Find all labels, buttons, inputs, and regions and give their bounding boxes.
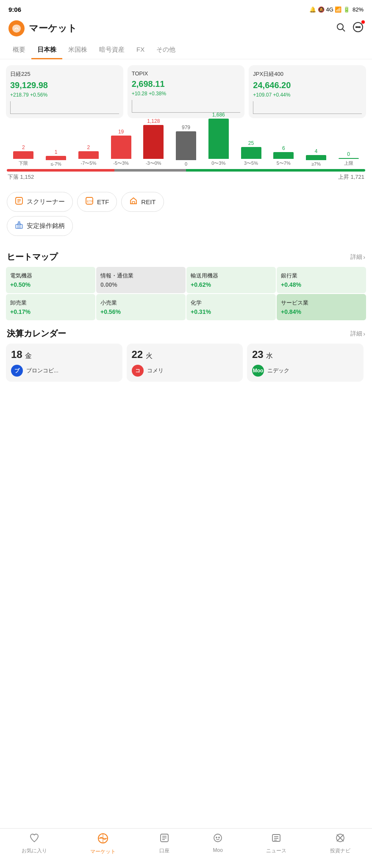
fall-label: 下落 1,152 bbox=[8, 173, 34, 181]
market-icon bbox=[97, 833, 108, 846]
screener-icon bbox=[15, 197, 23, 207]
svg-point-25 bbox=[214, 834, 222, 842]
jpx-name: JPX日経400 bbox=[253, 70, 362, 78]
buttons-section: スクリーナー ETF ETF REIT bbox=[0, 185, 372, 244]
nav-favorites-label: お気に入り bbox=[22, 847, 47, 854]
investment-icon bbox=[335, 833, 345, 846]
tab-fx[interactable]: FX bbox=[130, 42, 150, 59]
distribution-bars: 2下限1≤-7%2-7〜5%19-5〜3%1,128-3〜0%97901,686… bbox=[7, 128, 365, 166]
dist-count: 19 bbox=[118, 129, 124, 135]
index-card-nikkei[interactable]: 日経225 39,129.98 +218.79 +0.56% bbox=[6, 65, 123, 118]
dist-col: 19-5〜3% bbox=[106, 129, 136, 166]
heatmap-title: ヒートマップ bbox=[7, 251, 58, 263]
header-icons bbox=[336, 22, 364, 35]
nav-account[interactable]: 口座 bbox=[159, 833, 169, 855]
topix-chart bbox=[132, 100, 241, 113]
svg-text:ETF: ETF bbox=[87, 200, 93, 203]
company-logo: コ bbox=[132, 365, 144, 377]
dist-col: 2-7〜5% bbox=[73, 144, 103, 166]
tab-us-stocks[interactable]: 米国株 bbox=[62, 42, 93, 59]
heatmap-cell[interactable]: 電気機器+0.50% bbox=[6, 267, 95, 293]
calendar-section: 決算カレンダー 詳細 › 18 金ブブロンコビ...22 火ココメリ23 水Mo… bbox=[0, 320, 372, 386]
dist-label: 3〜5% bbox=[244, 160, 258, 166]
dist-bar bbox=[13, 151, 33, 159]
heatmap-grid: 電気機器+0.50%情報・通信業0.00%輸送用機器+0.62%銀行業+0.48… bbox=[0, 267, 372, 320]
nav-news[interactable]: ニュース bbox=[266, 833, 286, 855]
dist-count: 2 bbox=[87, 144, 90, 150]
dist-col: 1,128-3〜0% bbox=[139, 118, 169, 166]
etf-label: ETF bbox=[97, 198, 109, 205]
calendar-detail-button[interactable]: 詳細 › bbox=[350, 330, 365, 338]
heatmap-cell[interactable]: 小売業+0.56% bbox=[96, 294, 186, 320]
heatmap-cell[interactable]: 情報・通信業0.00% bbox=[96, 267, 186, 293]
sector-name: 銀行業 bbox=[281, 272, 362, 280]
stable-stocks-button[interactable]: 安定操作銘柄 bbox=[7, 216, 73, 236]
heatmap-cell[interactable]: 卸売業+0.17% bbox=[6, 294, 95, 320]
dist-count: 4 bbox=[315, 148, 318, 154]
heatmap-header: ヒートマップ 詳細 › bbox=[0, 244, 372, 267]
index-card-topix[interactable]: TOPIX 2,698.11 +10.28 +0.38% bbox=[128, 65, 245, 118]
dist-bar bbox=[306, 155, 326, 160]
nav-investment[interactable]: 投資ナビ bbox=[330, 833, 350, 855]
heatmap-cell[interactable]: 化学+0.31% bbox=[186, 294, 276, 320]
svg-point-4 bbox=[358, 27, 358, 28]
news-icon bbox=[271, 833, 281, 846]
heatmap-cell[interactable]: サービス業+0.84% bbox=[277, 294, 366, 320]
dist-bar bbox=[78, 151, 99, 159]
svg-rect-15 bbox=[17, 225, 19, 228]
dist-label: ≤-7% bbox=[50, 161, 61, 166]
nav-favorites[interactable]: お気に入り bbox=[22, 833, 47, 855]
etf-button[interactable]: ETF ETF bbox=[77, 192, 117, 212]
calendar-chevron-icon: › bbox=[363, 330, 365, 337]
tab-japan-stocks[interactable]: 日本株 bbox=[31, 42, 62, 59]
company-logo: Moo bbox=[252, 365, 264, 377]
jpx-change: +109.07 +0.44% bbox=[253, 92, 362, 98]
calendar-cards: 18 金ブブロンコビ...22 火ココメリ23 水Mooニデック bbox=[0, 344, 372, 382]
cal-date: 23 水 bbox=[252, 349, 358, 361]
heatmap-detail-label: 詳細 bbox=[350, 253, 362, 261]
cal-date: 22 火 bbox=[132, 349, 238, 361]
more-icon[interactable] bbox=[353, 22, 364, 35]
reit-label: REIT bbox=[141, 198, 155, 205]
dist-label: 5〜7% bbox=[277, 160, 291, 166]
reit-icon bbox=[129, 197, 138, 207]
heatmap-cell[interactable]: 輸送用機器+0.62% bbox=[186, 267, 276, 293]
btn-row-2: 安定操作銘柄 bbox=[7, 216, 365, 236]
svg-rect-16 bbox=[19, 225, 21, 228]
nav-moo[interactable]: Moo bbox=[213, 833, 223, 855]
tab-overview[interactable]: 概要 bbox=[7, 42, 31, 59]
nav-market[interactable]: マーケット bbox=[90, 833, 116, 855]
bottom-nav: お気に入り マーケット 口座 bbox=[0, 828, 372, 868]
stable-stocks-label: 安定操作銘柄 bbox=[27, 222, 65, 230]
etf-icon: ETF bbox=[85, 197, 94, 207]
index-card-jpx[interactable]: JPX日経400 24,646.20 +109.07 +0.44% bbox=[249, 65, 366, 118]
svg-point-26 bbox=[216, 837, 217, 838]
sector-change: +0.17% bbox=[10, 308, 91, 315]
tab-other[interactable]: その他 bbox=[150, 42, 181, 59]
calendar-card[interactable]: 18 金ブブロンコビ... bbox=[6, 344, 122, 382]
company-name: コメリ bbox=[147, 367, 164, 374]
sector-change: +0.84% bbox=[281, 308, 362, 315]
reit-button[interactable]: REIT bbox=[121, 192, 164, 212]
dist-col: 253〜5% bbox=[236, 140, 266, 166]
search-icon[interactable] bbox=[336, 22, 346, 35]
tab-crypto[interactable]: 暗号資産 bbox=[93, 42, 130, 59]
calendar-card[interactable]: 22 火ココメリ bbox=[127, 344, 243, 382]
heatmap-detail-button[interactable]: 詳細 › bbox=[350, 253, 365, 261]
sector-change: +0.31% bbox=[191, 308, 272, 315]
cal-day: 水 bbox=[266, 352, 273, 359]
calendar-card[interactable]: 23 水Mooニデック bbox=[247, 344, 364, 382]
calendar-company-item: ココメリ bbox=[132, 365, 238, 377]
moo-icon bbox=[213, 833, 223, 846]
dist-bar bbox=[46, 156, 66, 160]
notification-dot bbox=[361, 20, 365, 24]
sector-change: +0.50% bbox=[10, 281, 91, 288]
calendar-header: 決算カレンダー 詳細 › bbox=[0, 320, 372, 344]
dist-label: ≥7% bbox=[311, 161, 321, 166]
topix-change: +10.28 +0.38% bbox=[132, 91, 241, 97]
screener-button[interactable]: スクリーナー bbox=[7, 192, 73, 212]
heatmap-cell[interactable]: 銀行業+0.48% bbox=[277, 267, 366, 293]
cal-day: 火 bbox=[146, 352, 153, 359]
svg-rect-14 bbox=[16, 225, 22, 228]
svg-rect-13 bbox=[132, 202, 135, 204]
